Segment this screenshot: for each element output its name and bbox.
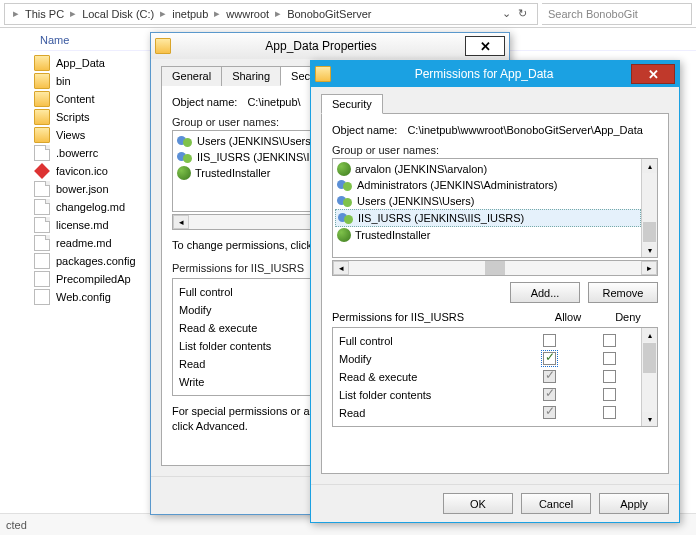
scroll-up-icon[interactable]: ▴ (642, 328, 657, 342)
tab-sharing[interactable]: Sharing (221, 66, 281, 86)
address-bar: ▸ This PC ▸ Local Disk (C:) ▸ inetpub ▸ … (0, 0, 696, 28)
list-item[interactable]: .bowerrc (30, 144, 140, 162)
object-path: C:\inetpub\wwwroot\BonoboGitServer\App_D… (407, 124, 642, 136)
list-item[interactable]: Content (30, 90, 140, 108)
file-name: App_Data (56, 57, 105, 69)
breadcrumb-item[interactable]: Local Disk (C:) (78, 8, 158, 20)
tab-general[interactable]: General (161, 66, 222, 86)
scroll-up-icon[interactable]: ▴ (642, 159, 657, 173)
column-name[interactable]: Name (40, 34, 69, 46)
file-icon (34, 145, 50, 161)
file-name: PrecompiledAp (56, 273, 131, 285)
add-button[interactable]: Add... (510, 282, 580, 303)
dialog-title: App_Data Properties (177, 39, 465, 53)
config-icon (34, 289, 50, 305)
perm-row: List folder contents (339, 386, 639, 404)
refresh-area[interactable]: ⌄ ↻ (498, 7, 531, 20)
group-list[interactable]: arvalon (JENKINS\arvalon) Administrators… (332, 158, 658, 258)
list-item[interactable]: license.md (30, 216, 140, 234)
group-icon (177, 134, 193, 148)
folder-icon (155, 38, 171, 54)
list-item[interactable]: Administrators (JENKINS\Administrators) (335, 177, 641, 193)
object-name-label: Object name: (172, 96, 237, 108)
perm-row: Modify (339, 350, 639, 368)
folder-icon (34, 109, 50, 125)
scroll-left-icon[interactable]: ◂ (333, 261, 349, 275)
list-item[interactable]: Scripts (30, 108, 140, 126)
tab-security[interactable]: Security (321, 94, 383, 114)
breadcrumb-item[interactable]: inetpub (168, 8, 212, 20)
allow-checkbox[interactable] (543, 406, 556, 419)
file-name: Web.config (56, 291, 111, 303)
chevron-right-icon: ▸ (273, 7, 283, 20)
deny-checkbox[interactable] (603, 406, 616, 419)
folder-icon (34, 55, 50, 71)
ok-button[interactable]: OK (443, 493, 513, 514)
allow-checkbox[interactable] (543, 388, 556, 401)
breadcrumb[interactable]: ▸ This PC ▸ Local Disk (C:) ▸ inetpub ▸ … (4, 3, 538, 25)
list-item[interactable]: arvalon (JENKINS\arvalon) (335, 161, 641, 177)
deny-checkbox[interactable] (603, 334, 616, 347)
user-icon (337, 162, 351, 176)
breadcrumb-item[interactable]: BonoboGitServer (283, 8, 375, 20)
chevron-right-icon: ▸ (212, 7, 222, 20)
scroll-thumb[interactable] (643, 222, 656, 242)
scrollbar-vertical[interactable]: ▴▾ (641, 159, 657, 257)
cancel-button[interactable]: Cancel (521, 493, 591, 514)
allow-checkbox[interactable] (543, 370, 556, 383)
folder-icon (34, 73, 50, 89)
deny-checkbox[interactable] (603, 370, 616, 383)
scroll-down-icon[interactable]: ▾ (642, 412, 657, 426)
titlebar[interactable]: Permissions for App_Data ✕ (311, 61, 679, 87)
list-item[interactable]: Views (30, 126, 140, 144)
scrollbar-horizontal[interactable]: ◂▸ (332, 260, 658, 276)
scroll-thumb[interactable] (643, 343, 656, 373)
file-name: Content (56, 93, 95, 105)
permissions-table: Full control Modify Read & execute List … (332, 327, 658, 427)
config-icon (34, 253, 50, 269)
list-item[interactable]: bower.json (30, 180, 140, 198)
user-icon (177, 166, 191, 180)
allow-checkbox[interactable] (543, 352, 556, 365)
folder-icon (34, 127, 50, 143)
allow-checkbox[interactable] (543, 334, 556, 347)
breadcrumb-item[interactable]: This PC (21, 8, 68, 20)
close-button[interactable]: ✕ (631, 64, 675, 84)
list-item-selected[interactable]: IIS_IUSRS (JENKINS\IIS_IUSRS) (335, 209, 641, 227)
file-icon (34, 235, 50, 251)
scroll-right-icon[interactable]: ▸ (641, 261, 657, 275)
scroll-left-icon[interactable]: ◂ (173, 215, 189, 229)
file-name: Scripts (56, 111, 90, 123)
object-path: C:\inetpub\ (247, 96, 300, 108)
file-name: changelog.md (56, 201, 125, 213)
perm-row: Read (339, 404, 639, 422)
allow-header: Allow (538, 311, 598, 323)
deny-checkbox[interactable] (603, 352, 616, 365)
file-name: readme.md (56, 237, 112, 249)
list-item[interactable]: readme.md (30, 234, 140, 252)
close-button[interactable]: ✕ (465, 36, 505, 56)
folder-icon (315, 66, 331, 82)
titlebar[interactable]: App_Data Properties ✕ (151, 33, 509, 59)
search-input[interactable]: Search BonoboGit (542, 3, 692, 25)
list-item[interactable]: App_Data (30, 54, 140, 72)
list-item[interactable]: bin (30, 72, 140, 90)
scroll-thumb[interactable] (485, 261, 505, 275)
scroll-down-icon[interactable]: ▾ (642, 243, 657, 257)
refresh-icon[interactable]: ↻ (518, 7, 527, 20)
list-item[interactable]: PrecompiledAp (30, 270, 140, 288)
chevron-right-icon: ▸ (11, 7, 21, 20)
list-item[interactable]: Web.config (30, 288, 140, 306)
file-name: license.md (56, 219, 109, 231)
list-item[interactable]: changelog.md (30, 198, 140, 216)
remove-button[interactable]: Remove (588, 282, 658, 303)
search-placeholder: Search BonoboGit (548, 8, 638, 20)
apply-button[interactable]: Apply (599, 493, 669, 514)
deny-checkbox[interactable] (603, 388, 616, 401)
list-item[interactable]: TrustedInstaller (335, 227, 641, 243)
list-item[interactable]: packages.config (30, 252, 140, 270)
scrollbar-vertical[interactable]: ▴▾ (641, 328, 657, 426)
list-item[interactable]: Users (JENKINS\Users) (335, 193, 641, 209)
list-item[interactable]: favicon.ico (30, 162, 140, 180)
breadcrumb-item[interactable]: wwwroot (222, 8, 273, 20)
